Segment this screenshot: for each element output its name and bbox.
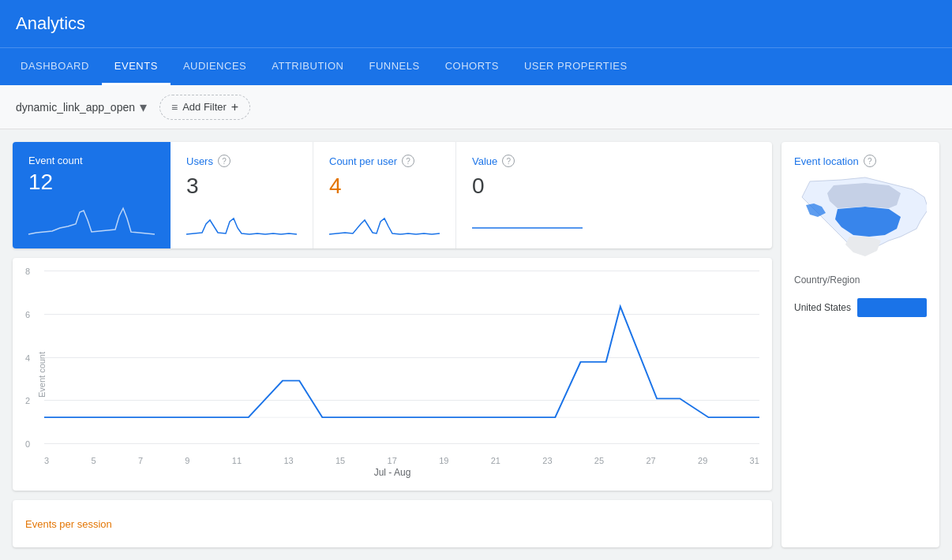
value-box: Value ? 0 [456, 142, 772, 248]
nav-item-dashboard[interactable]: DASHBOARD [8, 48, 102, 85]
nav-bar: DASHBOARD EVENTS AUDIENCES ATTRIBUTION F… [0, 47, 952, 85]
main-chart-area: Event count 8 6 4 2 0 [13, 258, 772, 491]
event-location-title: Event location [794, 155, 859, 167]
add-filter-button[interactable]: ≡ Add Filter + [159, 95, 250, 120]
users-mini-chart [186, 204, 297, 236]
map-title-row: Event location ? [794, 155, 927, 167]
count-per-user-value: 4 [329, 174, 440, 199]
grid-label-6: 6 [25, 310, 30, 319]
nav-item-funnels[interactable]: FUNNELS [356, 48, 432, 85]
chart-x-title: Jul - Aug [25, 467, 759, 478]
united-states-row: United States [794, 298, 927, 317]
nav-item-events[interactable]: EVENTS [102, 48, 171, 85]
main-line-chart-svg [44, 271, 759, 417]
count-per-user-help-icon[interactable]: ? [402, 155, 414, 167]
event-count-mini-chart [28, 204, 155, 236]
app-title: Analytics [16, 13, 85, 34]
map-visual [794, 174, 927, 268]
selected-event-label: dynamic_link_app_open [16, 101, 135, 114]
main-content: Event count 12 Users ? 3 [0, 129, 952, 560]
value-value: 0 [472, 174, 756, 199]
grid-label-4: 4 [25, 353, 30, 363]
country-region-label: Country/Region [794, 274, 927, 286]
top-bar: Analytics [0, 0, 952, 47]
events-per-session-label: Events per session [25, 518, 112, 530]
united-states-bar [857, 298, 927, 317]
nav-item-cohorts[interactable]: COHORTS [433, 48, 512, 85]
united-states-label: United States [794, 302, 851, 313]
event-location-help-icon[interactable]: ? [864, 155, 876, 167]
grid-line-0: 0 [44, 443, 759, 444]
add-filter-label: Add Filter [182, 101, 227, 113]
value-help-icon[interactable]: ? [502, 155, 515, 167]
event-count-value: 12 [28, 170, 155, 195]
dropdown-arrow-icon: ▾ [140, 99, 147, 116]
nav-item-user-properties[interactable]: USER PROPERTIES [512, 48, 640, 85]
grid-label-8: 8 [25, 267, 30, 276]
users-help-icon[interactable]: ? [218, 155, 231, 167]
right-panel: Event location ? Country/Regi [781, 142, 939, 547]
count-per-user-box: Count per user ? 4 [313, 142, 456, 248]
users-box: Users ? 3 [171, 142, 313, 248]
filter-icon: ≡ [171, 101, 178, 114]
event-count-label: Event count [28, 155, 155, 166]
grid-label-2: 2 [25, 396, 30, 405]
value-mini-chart [472, 204, 583, 236]
chart-container: 8 6 4 2 0 [44, 271, 759, 443]
bottom-section: Events per session [13, 500, 772, 547]
x-axis-labels: 3 5 7 9 11 13 15 17 19 21 23 25 27 29 31 [44, 456, 759, 465]
count-per-user-label: Count per user [329, 155, 397, 167]
add-filter-plus-icon: + [231, 100, 238, 114]
event-location-card: Event location ? Country/Regi [781, 142, 939, 547]
nav-item-audiences[interactable]: AUDIENCES [171, 48, 259, 85]
grid-label-0: 0 [25, 439, 30, 449]
value-label: Value [472, 155, 497, 167]
filter-bar: dynamic_link_app_open ▾ ≡ Add Filter + [0, 85, 952, 129]
event-selector[interactable]: dynamic_link_app_open ▾ [16, 99, 147, 116]
nav-item-attribution[interactable]: ATTRIBUTION [259, 48, 356, 85]
event-count-box: Event count 12 [13, 142, 171, 248]
count-per-user-mini-chart [329, 204, 440, 236]
stats-card: Event count 12 Users ? 3 [13, 142, 772, 248]
users-label: Users [186, 155, 213, 167]
map-svg [794, 174, 927, 268]
left-panel: Event count 12 Users ? 3 [13, 142, 772, 547]
users-value: 3 [186, 174, 297, 199]
